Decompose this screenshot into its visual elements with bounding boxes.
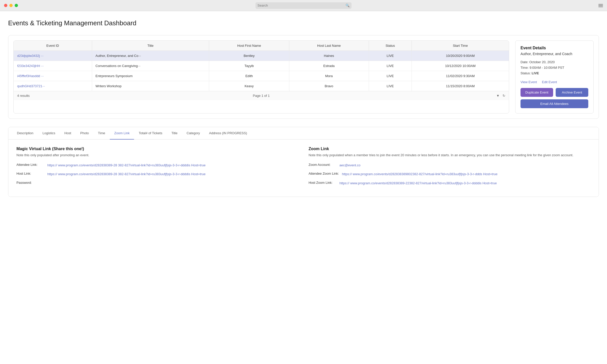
- table-footer: 4 results Page 1 of 1 ▼ ↻: [14, 91, 509, 100]
- tabs-bar: DescriptionLogisticsHostPhotoTimeZoom Li…: [8, 127, 599, 140]
- cell-event-id: i45fffef3Hasddd ···: [14, 71, 92, 81]
- lower-section: DescriptionLogisticsHostPhotoTimeZoom Li…: [8, 127, 599, 197]
- attendee-link-label: Attendee Link:: [16, 163, 44, 167]
- hamburger-menu[interactable]: [598, 4, 603, 7]
- cell-title: Entrpreneurs Symposium: [92, 71, 209, 81]
- host-link-label: Host Link:: [16, 172, 44, 175]
- events-table-container: Event ID Title Host First Name Host Last…: [13, 40, 509, 113]
- close-button[interactable]: [4, 4, 7, 7]
- col-title: Title: [92, 41, 209, 51]
- col-status: Status: [369, 41, 412, 51]
- zoom-grid: Magic Virtual Link (Share this one!) Not…: [16, 147, 591, 190]
- tab-title[interactable]: Title: [167, 127, 182, 140]
- cell-status: LIVE: [369, 81, 412, 91]
- magic-link-note: Note this only populated after promoting…: [16, 153, 298, 158]
- event-details-meta: Date: October 20, 2020 Time: 9:00AM - 10…: [521, 59, 588, 76]
- cell-title: Conversations on Caregiving···: [92, 61, 209, 71]
- zoom-account-field: Zoom Account: aec@event.co: [309, 163, 591, 168]
- cell-host-first: Tayyib: [209, 61, 289, 71]
- titlebar: 🔍: [0, 0, 607, 11]
- tab-time[interactable]: Time: [93, 127, 110, 140]
- maximize-button[interactable]: [15, 4, 18, 7]
- page-indicator: Page 1 of 1: [253, 94, 270, 98]
- cell-status: LIVE: [369, 51, 412, 61]
- zoom-link-title: Zoom Link: [309, 147, 591, 151]
- tab-total-of-tickets[interactable]: Total# of Tickets: [134, 127, 167, 140]
- tab-host[interactable]: Host: [60, 127, 76, 140]
- cell-host-first: Edith: [209, 71, 289, 81]
- upper-section: Event ID Title Host First Name Host Last…: [8, 35, 599, 119]
- cell-host-first: Bentley: [209, 51, 289, 61]
- table-row[interactable]: i45fffef3Hasddd ··· Entrpreneurs Symposi…: [14, 71, 509, 81]
- footer-icons: ▼ ↻: [496, 94, 505, 98]
- zoom-link-note: Note this only populated when a member t…: [309, 153, 591, 158]
- zoom-account-value[interactable]: aec@event.co: [339, 163, 360, 168]
- tab-logistics[interactable]: Logistics: [38, 127, 60, 140]
- minimize-button[interactable]: [9, 4, 13, 7]
- event-actions: Duplicate Event Archive Event: [521, 88, 588, 97]
- col-start-time: Start Time: [412, 41, 509, 51]
- cell-start-time: 10/20/2020 9:00AM: [412, 51, 509, 61]
- host-zoom-field: Host Zoom Link: https:// www.program.co/…: [309, 181, 591, 186]
- main-content: Events & Ticketing Management Dashboard …: [0, 11, 607, 364]
- cell-host-last: Estrada: [289, 61, 369, 71]
- cell-title: Writers Workshop: [92, 81, 209, 91]
- cell-start-time: 10/12/2020 10:00AM: [412, 61, 509, 71]
- cell-status: LIVE: [369, 61, 412, 71]
- zoom-account-label: Zoom Account:: [309, 163, 336, 167]
- col-host-first: Host First Name: [209, 41, 289, 51]
- view-event-link[interactable]: View Event: [521, 80, 537, 84]
- date-value: October 20, 2020: [529, 60, 555, 64]
- filter-icon[interactable]: ▼: [496, 94, 500, 98]
- tab-description[interactable]: Description: [12, 127, 38, 140]
- attendee-link-value[interactable]: https:// www.program.co/events/d28283838…: [47, 163, 206, 168]
- attendee-zoom-value[interactable]: https:// www.program.co/events/d28283838…: [342, 172, 497, 177]
- col-event-id: Event ID: [14, 41, 92, 51]
- date-label: Date:: [521, 60, 528, 64]
- status-value: LIVE: [532, 71, 539, 75]
- tab-zoom-link[interactable]: Zoom Link: [110, 127, 134, 140]
- results-count: 4 results: [17, 94, 30, 98]
- duplicate-event-button[interactable]: Duplicate Event: [521, 88, 553, 97]
- host-link-value[interactable]: https:// www.program.co/events/d28283838…: [47, 172, 206, 177]
- tab-address-in-progress-[interactable]: Address (IN PROGRESS): [204, 127, 251, 140]
- cell-host-last: Bravo: [289, 81, 369, 91]
- refresh-icon[interactable]: ↻: [503, 94, 505, 98]
- edit-event-link[interactable]: Edit Event: [542, 80, 557, 84]
- table-row[interactable]: qudhGHd373721··· Writers Workshop Keavy …: [14, 81, 509, 91]
- cell-start-time: 11/15/2020 8:00AM: [412, 81, 509, 91]
- search-input[interactable]: [257, 4, 344, 7]
- search-icon: 🔍: [345, 4, 350, 7]
- attendee-zoom-label: Attendee Zoom Link:: [309, 172, 339, 175]
- event-details-panel: Event Details Author, Entrepreneur, and …: [515, 40, 594, 113]
- cell-title: Author, Entrepreneur, and Co···: [92, 51, 209, 61]
- magic-link-title: Magic Virtual Link (Share this one!): [16, 147, 298, 151]
- event-details-title: Event Details: [521, 46, 588, 50]
- status-label: Status:: [521, 71, 531, 75]
- email-attendees-button[interactable]: Email All Attendees: [521, 99, 588, 108]
- cell-start-time: 11/02/2020 9:30AM: [412, 71, 509, 81]
- tab-category[interactable]: Category: [182, 127, 205, 140]
- event-details-links: View Event Edit Event: [521, 80, 588, 84]
- cell-host-last: Haines: [289, 51, 369, 61]
- tab-content: Magic Virtual Link (Share this one!) Not…: [8, 140, 599, 197]
- cell-status: LIVE: [369, 71, 412, 81]
- archive-event-button[interactable]: Archive Event: [556, 88, 588, 97]
- password-field: Password:: [16, 181, 298, 185]
- magic-link-section: Magic Virtual Link (Share this one!) Not…: [16, 147, 298, 190]
- host-zoom-value[interactable]: https:// www.program.co/events/d28283838…: [339, 181, 497, 186]
- host-link-field: Host Link: https:// www.program.co/event…: [16, 172, 298, 177]
- page-title: Events & Ticketing Management Dashboard: [8, 19, 599, 27]
- cell-event-id: d23djsjdw3432j ···: [14, 51, 92, 61]
- event-details-name: Author, Entrepreneur, and Coach: [521, 52, 588, 56]
- table-row[interactable]: d23djsjdw3432j ··· Author, Entrepreneur,…: [14, 51, 509, 61]
- search-bar[interactable]: 🔍: [255, 2, 352, 9]
- cell-event-id: f233e34243jHH ···: [14, 61, 92, 71]
- traffic-lights: [4, 4, 18, 7]
- zoom-link-section: Zoom Link Note this only populated when …: [309, 147, 591, 190]
- cell-event-id: qudhGHd373721···: [14, 81, 92, 91]
- col-host-last: Host Last Name: [289, 41, 369, 51]
- time-label: Time:: [521, 66, 529, 70]
- table-row[interactable]: f233e34243jHH ··· Conversations on Careg…: [14, 61, 509, 71]
- tab-photo[interactable]: Photo: [76, 127, 93, 140]
